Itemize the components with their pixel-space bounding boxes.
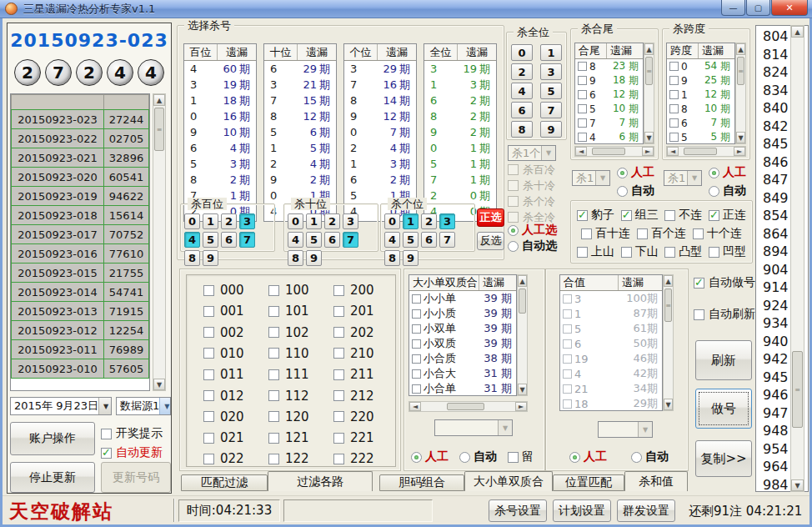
auto-make-checkbox[interactable]: 自动做号: [694, 275, 755, 290]
scroll-right-arrow[interactable]: ►: [515, 402, 527, 411]
digit-9-button[interactable]: 9: [403, 250, 419, 266]
checkbox[interactable]: [578, 118, 587, 128]
digit-1-button[interactable]: 1: [540, 44, 562, 61]
shape-checkbox-item[interactable]: 凹型: [709, 244, 746, 259]
digit-8-button[interactable]: 8: [184, 250, 200, 266]
list-row[interactable]: 442期: [560, 366, 662, 381]
shape-checkbox-item[interactable]: 十个连: [693, 226, 742, 241]
digit-3-button[interactable]: 3: [540, 63, 562, 80]
checkbox[interactable]: [268, 348, 279, 359]
tab-1[interactable]: 匹配过滤: [181, 474, 268, 491]
result-number[interactable]: 846: [756, 153, 794, 172]
dxds-vscroll[interactable]: ▲▼: [517, 274, 528, 396]
list-row[interactable]: 054 期: [667, 59, 734, 73]
miss-row[interactable]: 20期: [424, 188, 496, 203]
miss-row[interactable]: 82期: [424, 108, 496, 124]
checkbox[interactable]: [664, 247, 675, 258]
prize-tip-checkbox[interactable]: 开奖提示: [101, 426, 163, 441]
result-number[interactable]: 845: [756, 135, 794, 153]
copy-button[interactable]: 复制>>: [695, 440, 752, 477]
checkbox[interactable]: [709, 247, 719, 258]
combo-checkbox-item[interactable]: 000: [203, 283, 244, 298]
digit-2-button[interactable]: 2: [511, 63, 533, 80]
digit-7-button[interactable]: 7: [439, 232, 455, 248]
list-row[interactable]: 小双质39 期: [409, 336, 516, 351]
result-number[interactable]: 964: [756, 458, 794, 476]
result-number[interactable]: 840: [756, 99, 794, 118]
history-row[interactable]: 20150923-01815614: [11, 205, 149, 225]
tab-3[interactable]: 胆码组合: [379, 474, 464, 491]
digit-6-button[interactable]: 6: [221, 232, 237, 248]
scroll-up-arrow[interactable]: ▲: [153, 94, 165, 106]
hezhi-auto-radio[interactable]: 自动: [631, 449, 669, 464]
combo-checkbox-item[interactable]: 112: [268, 389, 309, 404]
checkbox[interactable]: [709, 210, 719, 221]
result-number[interactable]: 864: [756, 225, 794, 243]
list-row[interactable]: 小合质38 期: [409, 351, 516, 366]
checkbox[interactable]: [621, 247, 632, 258]
checkbox[interactable]: [637, 228, 648, 239]
scroll-left-arrow[interactable]: ◄: [667, 147, 679, 156]
checkbox[interactable]: [268, 306, 279, 317]
scroll-up-arrow[interactable]: ▲: [644, 43, 654, 55]
negative-select-button[interactable]: 反选: [477, 232, 504, 250]
checkbox[interactable]: [563, 399, 572, 409]
list-row[interactable]: 612 期: [575, 88, 643, 102]
checkbox[interactable]: [578, 76, 587, 85]
checkbox[interactable]: [412, 294, 421, 304]
checkbox[interactable]: [412, 369, 421, 379]
result-number[interactable]: 924: [756, 297, 794, 315]
list-row[interactable]: 823 期: [575, 59, 643, 73]
miss-row[interactable]: 53期: [184, 156, 256, 172]
miss-row[interactable]: 912期: [344, 108, 416, 124]
hezhi-select[interactable]: ▼: [598, 421, 653, 438]
history-row[interactable]: 20150923-02202705: [11, 128, 149, 148]
checkbox[interactable]: [268, 411, 279, 422]
digit-3-button[interactable]: 3: [439, 213, 455, 229]
checkbox[interactable]: [578, 104, 587, 113]
chevron-down-icon[interactable]: ▼: [638, 422, 652, 437]
scroll-thumb[interactable]: [519, 289, 526, 314]
digit-2-button[interactable]: 2: [324, 213, 340, 229]
checkbox[interactable]: [694, 309, 704, 320]
list-row[interactable]: 187期: [560, 306, 662, 321]
history-row[interactable]: 20150923-01994622: [11, 186, 149, 206]
combo-checkbox-item[interactable]: 101: [268, 304, 309, 319]
result-number[interactable]: 954: [756, 440, 794, 459]
digit-0-button[interactable]: 0: [384, 213, 400, 229]
kuadu-manual-radio[interactable]: 人工: [709, 165, 746, 180]
result-number[interactable]: 904: [756, 261, 794, 279]
results-scrollbar[interactable]: ▲ ≡ ▼: [790, 25, 804, 492]
combo-checkbox-item[interactable]: 100: [268, 283, 309, 298]
digit-4-button[interactable]: 4: [384, 232, 400, 248]
group-send-settings-button[interactable]: 群发设置: [617, 499, 675, 522]
digit-8-button[interactable]: 8: [511, 121, 533, 138]
close-button[interactable]: ✕: [771, 0, 808, 16]
miss-row[interactable]: 56期: [264, 124, 336, 140]
tab-6[interactable]: 杀和值: [624, 471, 688, 491]
checkbox[interactable]: [577, 247, 588, 258]
miss-row[interactable]: 814期: [344, 93, 416, 108]
list-row[interactable]: 112 期: [667, 88, 734, 102]
history-row[interactable]: 20150923-01212254: [11, 320, 149, 340]
scroll-right-arrow[interactable]: ►: [642, 147, 654, 156]
radio[interactable]: [459, 452, 470, 463]
checkbox[interactable]: [268, 369, 279, 380]
result-number[interactable]: 948: [756, 422, 794, 440]
list-row[interactable]: 1829期: [560, 396, 662, 411]
scroll-down-arrow[interactable]: ▼: [644, 132, 654, 143]
result-number[interactable]: 940: [756, 333, 794, 351]
list-row[interactable]: 小合大31 期: [409, 366, 516, 381]
combo-checkbox-item[interactable]: 111: [268, 367, 309, 382]
digit-1-button[interactable]: 1: [306, 213, 322, 229]
checkbox[interactable]: [203, 369, 214, 380]
cold-checkbox-item[interactable]: 杀个冷: [508, 193, 566, 209]
scroll-thumb[interactable]: ≡: [737, 57, 744, 85]
shape-checkbox-item[interactable]: 正连: [709, 208, 746, 223]
hewei-hscroll[interactable]: ◄►: [574, 146, 654, 157]
combo-checkbox-item[interactable]: 121: [268, 430, 309, 445]
scroll-up-arrow[interactable]: ▲: [518, 275, 527, 287]
checkbox[interactable]: [669, 118, 679, 128]
history-row[interactable]: 20150923-01521755: [11, 263, 149, 283]
result-number[interactable]: 814: [756, 46, 794, 64]
